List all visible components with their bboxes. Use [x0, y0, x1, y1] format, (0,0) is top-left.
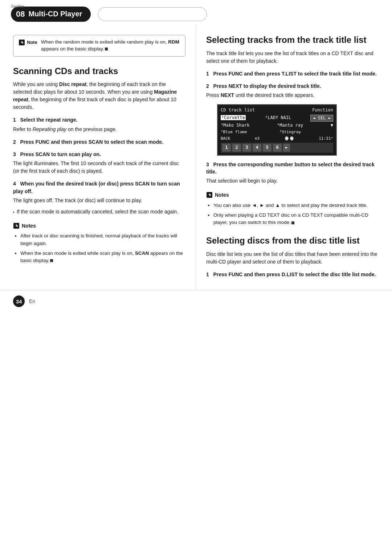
cd-back-label: BACK: [221, 136, 230, 142]
notes-pencil-icon: ✎: [13, 223, 20, 229]
disc-list-intro: Disc title list lets you see the list of…: [206, 250, 379, 266]
step4-note: ▪ If the scan mode is automatically canc…: [13, 208, 185, 216]
page-number: 34: [13, 295, 25, 307]
scanning-intro: While you are using Disc repeat, the beg…: [13, 81, 185, 111]
cd-display-tracks-row3: ⁵Blue flame ⁶Stingray: [221, 129, 333, 135]
left-notes-header: ✎ Notes: [13, 222, 185, 229]
step3-heading: 3 Press SCAN to turn scan play on.: [13, 151, 185, 158]
cd-back-num: ≡3: [255, 136, 260, 142]
svg-text:✎: ✎: [208, 193, 211, 197]
main-content: ✎ Note When the random mode is exited wh…: [0, 25, 392, 290]
svg-text:✎: ✎: [15, 224, 18, 228]
note-box: ✎ Note When the random mode is exited wh…: [13, 35, 185, 57]
cd-display: CD track list Function ¹Corvette ²LADY N…: [217, 104, 337, 155]
note-label: Note: [27, 39, 37, 46]
cd-btn-5[interactable]: 5: [263, 144, 271, 151]
step1-body: Refer to Repeating play on the previous …: [13, 126, 185, 133]
note-icon: ✎ Note: [19, 39, 37, 46]
cd-track-1: ¹Corvette: [221, 115, 246, 122]
cd-btn-1[interactable]: 1: [222, 144, 231, 151]
right-note-item-2: Only when playing a CD TEXT disc on a CD…: [213, 212, 379, 227]
r-step2-body: Press NEXT until the desired track title…: [206, 91, 379, 99]
section-label: Section: [11, 4, 24, 9]
right-column: Selecting tracks from the track title li…: [196, 25, 392, 290]
right-notes-label: Notes: [215, 191, 229, 199]
disc-list-heading: Selecting discs from the disc title list: [206, 236, 379, 246]
header-right-decoration: [98, 7, 207, 21]
cd-btn-2[interactable]: 2: [232, 144, 241, 151]
cd-display-arrow-down: ▼: [331, 122, 333, 128]
section-title: Multi-CD Player: [28, 9, 82, 19]
r-step2-heading: 2 Press NEXT to display the desired trac…: [206, 82, 379, 90]
svg-text:✎: ✎: [20, 41, 23, 45]
cd-display-tracks-row2: ³Mako Shark ⁴Manta ray ▼: [221, 122, 333, 128]
cd-btn-arrow[interactable]: ►: [283, 144, 290, 151]
right-notes-icon: ✎: [206, 192, 213, 198]
footer-language: En: [29, 298, 35, 305]
r-step3-heading: 3 Press the corresponding number button …: [206, 161, 379, 176]
scanning-heading: Scanning CDs and tracks: [13, 66, 185, 77]
sel-box: ◄ SEL ►: [310, 115, 333, 122]
cd-display-title-row: CD track list Function: [221, 107, 333, 113]
cd-track-2: ²LADY NAIL: [265, 115, 291, 122]
step4-body: The light goes off. The track (or disc) …: [13, 197, 185, 204]
right-notes-header: ✎ Notes: [206, 191, 379, 199]
pencil-icon: ✎: [19, 39, 25, 46]
r-step3-body: That selection will begin to play.: [206, 177, 379, 185]
cd-display-buttons: 1 2 3 4 5 6 ►: [221, 143, 333, 152]
notes-label: Notes: [22, 222, 36, 229]
cd-display-tracks-row1: ¹Corvette ²LADY NAIL ◄ SEL ►: [221, 115, 333, 122]
cd-icons: ⌚⌚: [284, 136, 294, 142]
right-notes-list: You can also use ◄, ► and ▲ to select an…: [206, 202, 379, 227]
cd-track-3: ³Mako Shark: [221, 122, 249, 128]
cd-track-5: ⁵Blue flame: [221, 129, 247, 135]
cd-btn-6[interactable]: 6: [273, 144, 282, 151]
r-step1-heading: 1 Press FUNC and then press T.LIST to se…: [206, 70, 379, 77]
cd-display-title: CD track list: [221, 107, 255, 113]
step3-body: The light illuminates. The first 10 seco…: [13, 160, 185, 175]
d-step1-heading: 1 Press FUNC and then press D.LIST to se…: [206, 271, 379, 278]
cd-track-4: ⁴Manta ray: [277, 122, 303, 128]
left-notes-section: ✎ Notes After track or disc scanning is …: [13, 222, 185, 264]
step1-heading: 1 1 Select the repeat range.Select the r…: [13, 116, 185, 123]
left-note-item-2: When the scan mode is exited while scan …: [20, 250, 185, 265]
track-list-intro: The track title list lets you see the li…: [206, 50, 379, 65]
left-note-item-1: After track or disc scanning is finished…: [20, 232, 185, 247]
cd-track-6: ⁶Stingray: [279, 129, 301, 135]
footer: 34 En: [0, 290, 392, 312]
left-notes-list: After track or disc scanning is finished…: [13, 232, 185, 264]
cd-btn-3[interactable]: 3: [242, 144, 251, 151]
cd-btn-4[interactable]: 4: [253, 144, 261, 151]
cd-display-controls: BACK ≡3 ⌚⌚ 11:31ᵐ: [221, 136, 333, 142]
right-notes-section: ✎ Notes You can also use ◄, ► and ▲ to s…: [206, 191, 379, 226]
right-note-item-1: You can also use ◄, ► and ▲ to select an…: [213, 202, 379, 209]
track-list-heading: Selecting tracks from the track title li…: [206, 35, 379, 45]
cd-time: 11:31ᵐ: [319, 136, 333, 142]
note-text: When the random mode is exited while ran…: [41, 39, 180, 53]
section-number: 08: [16, 8, 25, 20]
step4-heading: 4 When you find the desired track (or di…: [13, 180, 185, 195]
cd-display-function: Function: [312, 107, 333, 113]
left-column: ✎ Note When the random mode is exited wh…: [0, 25, 196, 290]
step2-heading: 2 Press FUNC and then press SCAN to sele…: [13, 138, 185, 146]
